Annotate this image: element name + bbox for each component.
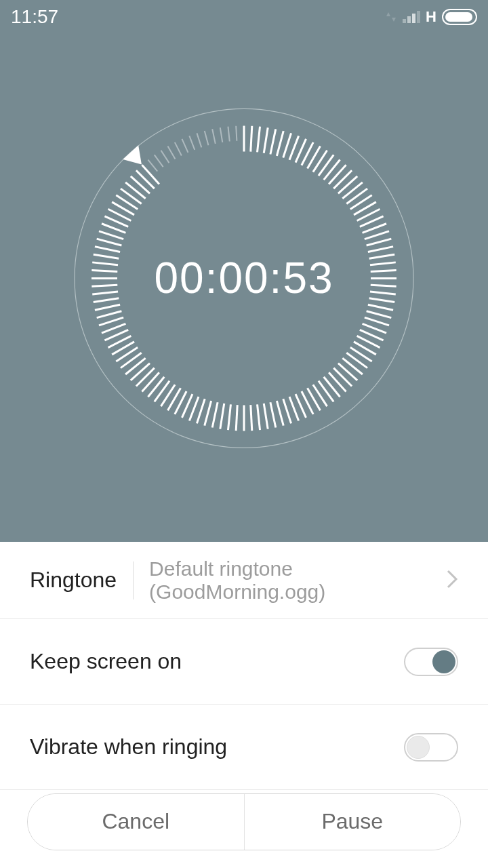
svg-line-118 xyxy=(220,127,222,142)
svg-line-90 xyxy=(92,285,117,286)
svg-line-64 xyxy=(220,403,224,429)
svg-line-120 xyxy=(236,125,237,140)
svg-line-76 xyxy=(136,368,155,386)
svg-line-5 xyxy=(270,129,276,154)
keep-screen-toggle[interactable] xyxy=(404,648,458,676)
svg-line-115 xyxy=(197,133,201,147)
svg-line-57 xyxy=(270,402,276,427)
timer-panel: 11:57 H 00:00:53 xyxy=(0,0,488,542)
svg-line-103 xyxy=(121,189,142,203)
svg-line-15 xyxy=(329,165,346,184)
svg-line-29 xyxy=(370,262,396,264)
status-indicators: H xyxy=(385,8,477,26)
ringtone-label: Ringtone xyxy=(30,568,117,593)
svg-line-26 xyxy=(367,239,392,245)
svg-line-43 xyxy=(346,353,367,368)
pause-button[interactable]: Pause xyxy=(244,794,461,850)
svg-line-28 xyxy=(369,254,395,258)
svg-line-7 xyxy=(283,133,291,157)
svg-line-89 xyxy=(92,291,118,294)
network-type: H xyxy=(426,8,436,26)
cancel-button[interactable]: Cancel xyxy=(28,794,244,850)
svg-line-44 xyxy=(342,358,363,374)
svg-line-45 xyxy=(338,363,357,380)
svg-line-32 xyxy=(371,285,396,286)
svg-line-58 xyxy=(264,403,268,429)
svg-line-34 xyxy=(369,298,395,302)
svg-line-107 xyxy=(142,165,159,184)
svg-line-48 xyxy=(324,376,340,397)
svg-line-87 xyxy=(95,304,120,310)
status-time: 11:57 xyxy=(11,6,58,28)
svg-line-56 xyxy=(277,401,283,426)
svg-line-93 xyxy=(92,262,118,264)
svg-line-73 xyxy=(155,380,169,401)
svg-line-66 xyxy=(205,401,211,426)
keep-screen-row[interactable]: Keep screen on xyxy=(0,619,488,705)
svg-line-19 xyxy=(346,189,367,203)
svg-line-2 xyxy=(251,125,252,151)
battery-icon xyxy=(442,9,477,25)
svg-line-25 xyxy=(365,231,389,239)
svg-line-92 xyxy=(92,270,117,271)
svg-line-108 xyxy=(148,159,157,171)
svg-line-106 xyxy=(136,170,155,189)
svg-line-30 xyxy=(371,270,396,271)
svg-line-17 xyxy=(338,176,357,193)
svg-line-35 xyxy=(368,304,393,310)
svg-line-37 xyxy=(365,317,389,326)
svg-line-18 xyxy=(342,182,363,198)
svg-line-88 xyxy=(94,298,119,302)
svg-line-14 xyxy=(324,159,340,180)
status-bar: 11:57 H xyxy=(0,0,488,34)
svg-line-36 xyxy=(367,311,392,317)
svg-line-77 xyxy=(131,363,150,380)
svg-line-16 xyxy=(333,170,352,189)
svg-line-49 xyxy=(319,380,333,401)
ringtone-row[interactable]: Ringtone Default ringtone (GoodMorning.o… xyxy=(0,542,488,619)
ringtone-value: Default ringtone (GoodMorning.ogg) xyxy=(133,557,438,604)
svg-line-3 xyxy=(258,126,260,152)
svg-line-27 xyxy=(368,246,393,252)
svg-line-78 xyxy=(125,358,146,374)
signal-icon xyxy=(403,11,420,23)
settings-list: Ringtone Default ringtone (GoodMorning.o… xyxy=(0,542,488,790)
svg-line-97 xyxy=(99,231,123,239)
svg-line-85 xyxy=(99,317,123,326)
svg-line-60 xyxy=(251,405,252,431)
timer-dial[interactable]: 00:00:53 xyxy=(68,102,420,454)
svg-line-116 xyxy=(205,131,209,145)
svg-line-46 xyxy=(333,368,352,386)
svg-line-4 xyxy=(264,127,268,153)
svg-line-110 xyxy=(161,150,169,162)
keep-screen-label: Keep screen on xyxy=(30,649,182,674)
svg-line-86 xyxy=(97,311,122,317)
svg-line-113 xyxy=(182,138,188,152)
svg-line-105 xyxy=(131,176,150,193)
svg-line-117 xyxy=(212,129,216,144)
vibrate-row[interactable]: Vibrate when ringing xyxy=(0,705,488,790)
svg-line-47 xyxy=(329,372,346,391)
svg-line-111 xyxy=(168,146,176,159)
svg-line-119 xyxy=(228,126,229,141)
data-arrows-icon xyxy=(385,11,397,23)
vibrate-label: Vibrate when ringing xyxy=(30,734,227,760)
chevron-right-icon xyxy=(446,569,458,592)
svg-line-96 xyxy=(97,239,122,245)
svg-line-75 xyxy=(142,372,159,391)
svg-line-104 xyxy=(125,182,146,198)
svg-line-13 xyxy=(319,155,333,176)
svg-line-63 xyxy=(228,404,230,430)
svg-line-95 xyxy=(95,246,120,252)
svg-line-33 xyxy=(370,291,396,294)
timer-display: 00:00:53 xyxy=(154,253,333,303)
svg-line-67 xyxy=(197,399,205,423)
svg-line-79 xyxy=(121,353,142,368)
svg-line-6 xyxy=(277,131,283,156)
vibrate-toggle[interactable] xyxy=(404,733,458,762)
svg-line-59 xyxy=(258,404,260,430)
svg-line-94 xyxy=(94,254,119,258)
svg-line-112 xyxy=(175,142,182,155)
svg-line-55 xyxy=(283,399,291,423)
svg-line-65 xyxy=(212,402,218,427)
